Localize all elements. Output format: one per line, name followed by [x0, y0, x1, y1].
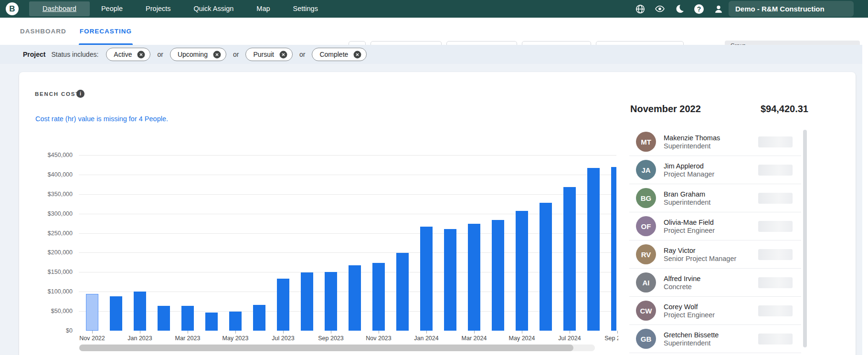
x-axis-tick: [617, 331, 618, 334]
chart-bar-nov-2022[interactable]: [86, 294, 98, 331]
remove-chip-icon[interactable]: [279, 50, 288, 59]
x-axis-tick: [140, 331, 140, 334]
x-axis-tick: [283, 331, 284, 334]
account-person-icon[interactable]: [713, 4, 724, 14]
dark-mode-moon-icon[interactable]: [674, 4, 685, 14]
chart-gridline: [79, 155, 616, 156]
person-text: Jim ApplerodProject Manager: [664, 162, 714, 178]
chart-bar-feb-2024[interactable]: [444, 229, 456, 331]
y-axis-tick-label: $200,000: [19, 249, 73, 256]
tab-forecasting[interactable]: FORECASTING: [80, 18, 132, 45]
status-chip-pursuit[interactable]: Pursuit: [245, 48, 293, 61]
chart-bar-may-2024[interactable]: [516, 211, 528, 331]
x-axis-tick: [188, 331, 188, 334]
info-icon[interactable]: i: [76, 90, 85, 98]
person-role: Concrete: [664, 283, 700, 291]
missing-cost-rate-link[interactable]: Cost rate (hr) value is missing for 4 Pe…: [35, 115, 168, 123]
nav-item-settings[interactable]: Settings: [282, 1, 329, 16]
x-axis-tick-label: May 2023: [214, 335, 257, 342]
chart-bar-jul-2023[interactable]: [277, 279, 289, 331]
person-text: Bran GrahamSuperintendent: [664, 190, 710, 206]
chart-bar-jan-2023[interactable]: [134, 292, 146, 331]
person-row-olivia-mae-field[interactable]: OFOlivia-Mae FieldProject Engineer: [629, 212, 801, 240]
page-scroll-gutter[interactable]: [862, 45, 868, 355]
person-role: Project Manager: [664, 170, 714, 178]
person-row-ray-victor[interactable]: RVRay VictorSenior Project Manager: [629, 240, 801, 269]
tab-dashboard[interactable]: DASHBOARD: [20, 18, 66, 45]
chart-gridline: [79, 252, 616, 253]
person-name: Makenzie Thomas: [664, 134, 720, 142]
chart-gridline: [79, 194, 616, 195]
chart-gridline: [79, 214, 616, 214]
tenant-selector[interactable]: Demo - R&M Construction: [729, 1, 854, 17]
chart-hscrollbar-track[interactable]: [79, 345, 595, 351]
chart-bar-jan-2024[interactable]: [420, 227, 433, 331]
chart-y-axis: $0$50,000$100,000$150,000$200,000$250,00…: [19, 155, 73, 336]
y-axis-tick-label: $400,000: [19, 171, 73, 178]
person-row-jim-applerod[interactable]: JAJim ApplerodProject Manager: [629, 156, 801, 184]
remove-chip-icon[interactable]: [212, 50, 222, 59]
person-text: Gretchen BissetteSuperintendent: [664, 331, 719, 347]
help-icon[interactable]: ?: [694, 4, 704, 14]
avatar: AI: [636, 272, 656, 292]
remove-chip-icon[interactable]: [137, 50, 146, 59]
chart-bar-apr-2023[interactable]: [205, 313, 218, 331]
bench-cost-card: BENCH COST i Cost rate (hr) value is mis…: [19, 72, 856, 355]
chart-bar-feb-2023[interactable]: [158, 306, 170, 331]
person-role: Superintendent: [664, 142, 720, 150]
top-nav: B DashboardPeopleProjectsQuick AssignMap…: [0, 0, 868, 18]
remove-chip-icon[interactable]: [353, 50, 362, 59]
y-axis-tick-label: $450,000: [19, 152, 73, 158]
nav-item-quick-assign[interactable]: Quick Assign: [182, 1, 245, 16]
chart-bar-jun-2023[interactable]: [253, 305, 265, 331]
x-axis-tick: [474, 331, 475, 334]
person-row-alfred-irvine[interactable]: AIAlfred IrvineConcrete: [629, 269, 801, 297]
person-name: Olivia-Mae Field: [664, 219, 715, 226]
person-name: Alfred Irvine: [664, 275, 700, 282]
status-chip-complete[interactable]: Complete: [312, 48, 367, 61]
chart-bar-dec-2022[interactable]: [110, 296, 122, 331]
x-axis-tick: [379, 331, 379, 334]
x-axis-tick-label: Sep 2024: [596, 335, 618, 342]
person-row-corey-wolf[interactable]: CWCorey WolfProject Engineer: [629, 297, 801, 325]
avatar: JA: [636, 160, 656, 180]
nav-item-projects[interactable]: Projects: [134, 1, 182, 16]
nav-item-people[interactable]: People: [90, 1, 134, 16]
card-title: BENCH COST: [35, 91, 80, 97]
people-list-scrollbar[interactable]: [803, 130, 807, 347]
chart-bar-sep-2023[interactable]: [325, 272, 337, 331]
person-text: Alfred IrvineConcrete: [664, 275, 700, 291]
status-chip-upcoming[interactable]: Upcoming: [170, 48, 226, 61]
nav-item-map[interactable]: Map: [245, 1, 281, 16]
person-row-makenzie-thomas[interactable]: MTMakenzie ThomasSuperintendent: [629, 128, 801, 156]
chart-bar-apr-2024[interactable]: [492, 220, 504, 331]
cost-value-placeholder: [758, 221, 793, 232]
chart-bar-aug-2023[interactable]: [301, 272, 313, 331]
nav-item-dashboard[interactable]: Dashboard: [29, 1, 90, 16]
person-name: Corey Wolf: [664, 303, 715, 311]
person-row-bran-graham[interactable]: BGBran GrahamSuperintendent: [629, 184, 801, 212]
avatar: MT: [636, 132, 656, 152]
chart-hscrollbar-thumb[interactable]: [79, 345, 573, 351]
chart-bar-nov-2023[interactable]: [372, 263, 385, 331]
chart-bar-may-2023[interactable]: [229, 312, 242, 331]
visibility-eye-icon[interactable]: [655, 4, 665, 14]
chart-bar-mar-2023[interactable]: [181, 306, 194, 331]
person-text: Corey WolfProject Engineer: [664, 303, 715, 319]
panel-header: November 2022 $94,420.31: [630, 104, 808, 115]
chip-conjunction: or: [298, 51, 306, 58]
chart-bar-mar-2024[interactable]: [468, 224, 480, 331]
brand-logo-icon[interactable]: B: [6, 2, 19, 15]
globe-icon[interactable]: [635, 4, 646, 14]
chart-bar-oct-2023[interactable]: [349, 265, 361, 331]
chart-bar-jul-2024[interactable]: [563, 187, 576, 331]
chart-bar-dec-2023[interactable]: [396, 253, 409, 331]
person-row-gretchen-bissette[interactable]: GBGretchen BissetteSuperintendent: [629, 325, 801, 353]
chart-bar-sep-2024[interactable]: [611, 167, 616, 331]
chart-bar-aug-2024[interactable]: [587, 168, 600, 331]
status-chip-active[interactable]: Active: [106, 48, 150, 61]
bench-cost-chart: [79, 155, 616, 331]
chart-bar-jun-2024[interactable]: [540, 203, 552, 331]
x-axis-tick: [92, 331, 93, 334]
cost-value-placeholder: [758, 193, 793, 204]
